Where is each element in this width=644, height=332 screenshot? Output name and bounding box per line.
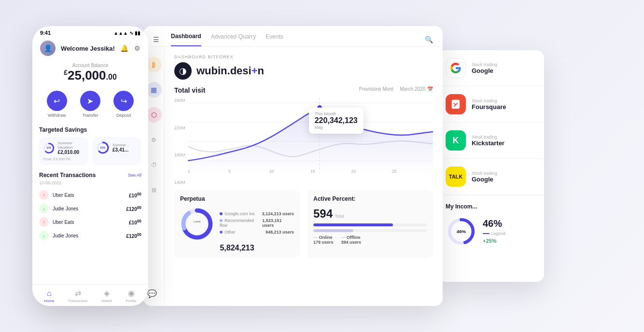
transaction-name-4: Judie Jones <box>53 233 78 238</box>
nav-home[interactable]: ⌂ Home <box>44 289 54 303</box>
legend-recommended: Recommended flow 1,523,151 users <box>220 218 294 228</box>
transaction-name-2: Judie Jones <box>53 206 78 211</box>
balance-label: Account Balance <box>32 63 148 68</box>
kickstarter-logo: K <box>446 130 466 151</box>
kickstarter-name: Kickstarter <box>472 139 536 147</box>
deposit-action[interactable]: ↪ Deposit <box>113 91 134 118</box>
airbnb-icon[interactable]: ⬡ <box>146 107 162 123</box>
bitcoin-icon[interactable]: ₿ <box>146 57 162 72</box>
income-info: 46% Legend +25% <box>483 218 536 245</box>
wifi-icon: ∿ <box>129 30 133 36</box>
svg-text:15: 15 <box>310 169 315 174</box>
offline-group: — Offline 394 users <box>341 235 362 245</box>
chat-icon[interactable]: 💬 <box>147 289 157 298</box>
home-icon: ⌂ <box>47 289 52 298</box>
foursquare-category: Stock trading <box>472 98 536 103</box>
svg-text:46%: 46% <box>457 229 466 234</box>
stock-item-google[interactable]: Stock trading Google <box>438 50 544 86</box>
donut-container: Label Google.com Inc 3,124,213 users Rec… <box>180 207 294 241</box>
transaction-row-1: ↑ Uber Eats £1000 <box>39 188 141 202</box>
savings-title: Targeted Savings <box>39 126 141 133</box>
transaction-amount-4: £12000 <box>126 232 141 239</box>
kakao-logo: TALK <box>446 166 466 187</box>
transfer-label: Transfer <box>82 113 98 118</box>
transactions-section: Recent Transactions See All 10-06-2022 ↑… <box>32 169 148 245</box>
perpetua-legend: Google.com Inc 3,124,213 users Recommend… <box>220 211 294 236</box>
y-label-180m: 180M <box>174 152 185 157</box>
svg-text:20: 20 <box>351 169 356 174</box>
dashboard-brand-label: DASHBOARD BITFOREX <box>174 55 433 59</box>
progress-bar-fill-2 <box>313 229 353 232</box>
savings-cards: 63% Summer Vacation £2,010.00 Goal: £3,0… <box>39 137 141 165</box>
income-title: My Incom... <box>446 203 536 210</box>
brand-logo: ◑ <box>174 62 192 80</box>
foursquare-info: Stock trading Foursquare <box>472 98 536 111</box>
active-number: 594 <box>313 207 333 220</box>
header-icons: 🔔 ⚙ <box>120 44 140 52</box>
offline-value: 394 users <box>341 240 362 245</box>
transaction-name-3: Uber Eats <box>53 220 74 225</box>
balance-amount: £25,000.00 <box>32 68 148 83</box>
calendar-icon[interactable]: 📅 <box>427 86 433 92</box>
income-donut: 46% <box>446 216 477 247</box>
gear-icon[interactable]: ⚙ <box>134 44 140 52</box>
transactions-header: Recent Transactions See All <box>39 172 141 179</box>
transaction-amount-2: £12000 <box>126 205 141 212</box>
perpetua-title: Perpetua <box>180 195 294 202</box>
online-label: Online <box>319 235 333 240</box>
deposit-label: Deposit <box>116 113 131 118</box>
nav-profile[interactable]: ◉ Profile <box>126 289 137 303</box>
savings-card-1-goal: Goal: £3,000.00 <box>43 157 84 161</box>
google-name: Google <box>472 67 536 74</box>
signal-icon: ▲▲▲ <box>113 30 128 36</box>
avatar: 👤 <box>40 41 56 56</box>
savings-card-2: 63% Summe... £3,41... <box>92 137 141 165</box>
status-icons: ▲▲▲ ∿ ▮▮ <box>113 30 140 36</box>
legend-google: Google.com Inc 3,124,213 users <box>220 211 294 216</box>
battery-icon: ▮▮ <box>135 30 140 36</box>
mobile-nav: ⌂ Home ⇄ Transaction ◈ Wallet ◉ Profile <box>32 284 148 306</box>
mobile-app: 9:41 ▲▲▲ ∿ ▮▮ 👤 Welcome Jessika! 🔔 ⚙ Acc… <box>32 26 148 306</box>
nav-dashboard[interactable]: Dashboard <box>171 33 201 46</box>
brand-plus: + <box>252 65 258 77</box>
transaction-row-4: ↓ Judie Jones £12000 <box>39 229 141 242</box>
withdraw-action[interactable]: ↩ Withdraw <box>47 91 67 118</box>
savings-card-1-amount: £2,010.00 <box>58 150 84 155</box>
withdraw-label: Withdraw <box>48 113 66 118</box>
google-category: Stock trading <box>472 62 536 67</box>
active-percent-content: 594 Total — Online <box>313 207 427 245</box>
kakao-name: Google <box>472 176 536 183</box>
search-icon[interactable]: 🔍 <box>425 36 433 43</box>
menu-icon[interactable]: ☰ <box>153 36 159 43</box>
transactions-title: Recent Transactions <box>39 172 96 179</box>
chart-title: Total visit <box>174 86 205 94</box>
bottom-charts: Perpetua Label Google.com Inc 3,124,213 … <box>174 190 433 258</box>
stock-item-kickstarter[interactable]: K Stock trading Kickstarter <box>438 123 544 159</box>
provisions-label: Provisions Mont <box>359 86 393 92</box>
settings-icon[interactable]: ⚙ <box>146 132 162 148</box>
savings-card-1: 63% Summer Vacation £2,010.00 Goal: £3,0… <box>39 137 88 165</box>
nav-transaction[interactable]: ⇄ Transaction <box>68 289 88 303</box>
see-all-link[interactable]: See All <box>128 173 141 178</box>
grid-icon[interactable]: ⊞ <box>146 182 162 198</box>
savings-card-1-title: Summer Vacation <box>58 141 84 150</box>
stock-item-foursquare[interactable]: Stock trading Foursquare <box>438 86 544 123</box>
bell-icon[interactable]: 🔔 <box>120 44 128 52</box>
progress-bar-fill <box>313 223 393 226</box>
wallet-icon: ◈ <box>104 289 110 298</box>
withdraw-icon: ↩ <box>47 91 67 111</box>
nav-advanced-quarry[interactable]: Advanced Quarry <box>211 33 256 46</box>
transaction-amount-3: £1000 <box>129 219 141 225</box>
google-logo <box>446 58 466 78</box>
bars-icon[interactable]: ▦ <box>146 82 162 97</box>
nav-profile-label: Profile <box>126 299 137 303</box>
y-label-260m: 260M <box>174 98 185 103</box>
stock-item-kakao[interactable]: TALK Stock trading Google <box>438 159 544 195</box>
transfer-action[interactable]: ➤ Transfer <box>80 91 100 118</box>
nav-wallet[interactable]: ◈ Wallet <box>101 289 112 303</box>
nav-events[interactable]: Events <box>266 33 283 46</box>
chart-tooltip: This Month 220,342,123 May <box>309 108 364 134</box>
clock-icon[interactable]: ⏱ <box>146 157 162 173</box>
svg-text:10: 10 <box>269 169 274 174</box>
chart-date: Provisions Mont March 2020 📅 <box>359 86 433 92</box>
